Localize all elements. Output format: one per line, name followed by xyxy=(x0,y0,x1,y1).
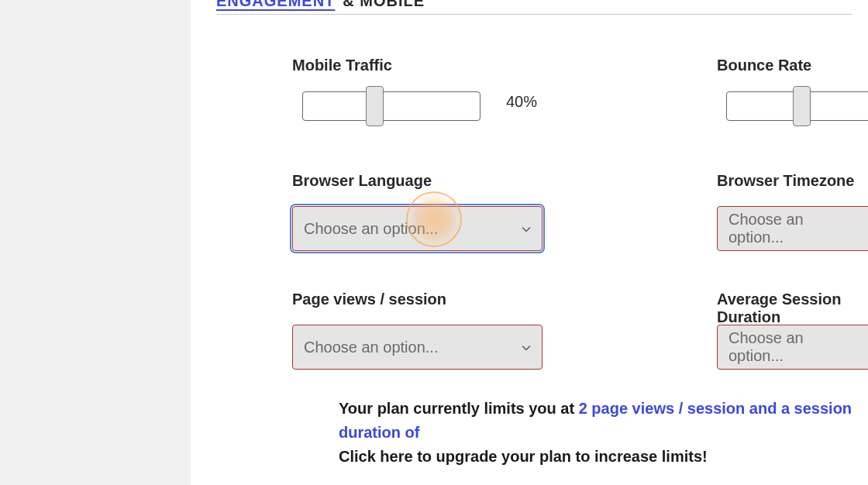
bounce-rate-label: Bounce Rate xyxy=(717,57,811,74)
section-title-rest: & MOBILE xyxy=(343,0,425,10)
select-placeholder: Choose an option... xyxy=(304,220,438,238)
section-title-accent: ENGAGEMENT xyxy=(216,0,335,10)
main-content: ENGAGEMENT & MOBILE Mobile Traffic 40% B… xyxy=(191,0,868,485)
select-placeholder: Choose an option... xyxy=(304,339,438,356)
plan-msg-line2[interactable]: Click here to upgrade your plan to incre… xyxy=(339,448,708,465)
mobile-traffic-slider[interactable] xyxy=(302,86,480,126)
pageviews-label: Page views / session xyxy=(292,291,446,308)
mobile-traffic-value: 40% xyxy=(506,93,537,111)
slider-handle[interactable] xyxy=(793,86,811,126)
plan-limit-message: Your plan currently limits you at 2 page… xyxy=(339,397,868,469)
select-placeholder: Choose an option... xyxy=(728,211,860,246)
sidebar xyxy=(0,0,191,485)
pageviews-select[interactable]: Choose an option... xyxy=(292,325,542,370)
section-divider xyxy=(216,14,852,15)
chevron-down-icon xyxy=(522,343,531,353)
browser-timezone-label: Browser Timezone xyxy=(717,172,854,190)
plan-msg-prefix: Your plan currently limits you at xyxy=(339,400,579,417)
avg-session-select[interactable]: Choose an option... xyxy=(717,325,868,370)
slider-handle[interactable] xyxy=(366,86,384,126)
browser-language-select[interactable]: Choose an option... xyxy=(292,206,542,251)
section-header: ENGAGEMENT & MOBILE xyxy=(216,0,425,12)
bounce-rate-slider[interactable] xyxy=(726,86,868,126)
mobile-traffic-label: Mobile Traffic xyxy=(292,57,392,74)
browser-timezone-select[interactable]: Choose an option... xyxy=(717,206,868,251)
avg-session-label: Average Session Duration xyxy=(717,291,868,326)
select-placeholder: Choose an option... xyxy=(728,329,860,365)
slider-track xyxy=(302,91,480,121)
browser-language-label: Browser Language xyxy=(292,172,432,190)
chevron-down-icon xyxy=(522,225,531,234)
